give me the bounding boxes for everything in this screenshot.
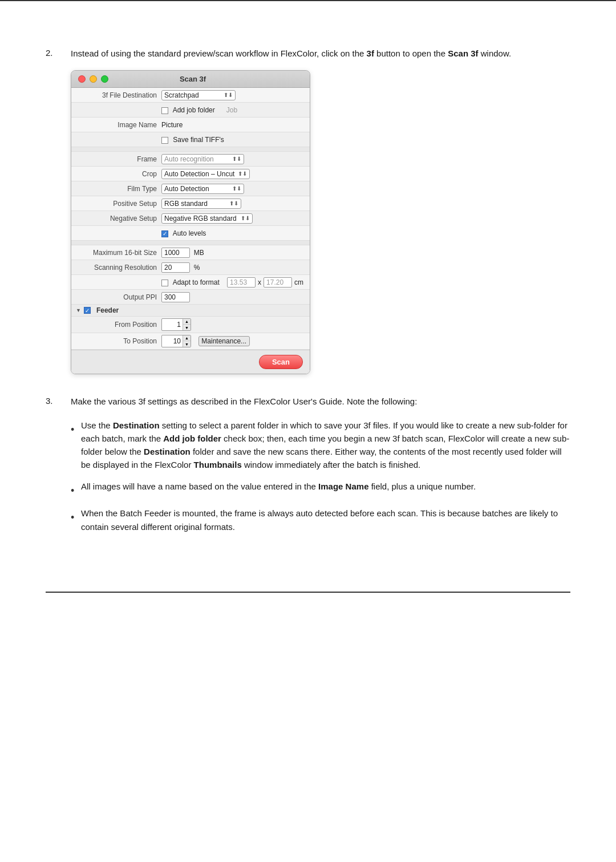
feeder-triangle-icon: ▼: [76, 307, 81, 313]
positive-setup-select[interactable]: RGB standard ⬆⬇: [161, 199, 241, 209]
bullet-dot-1: •: [71, 419, 75, 472]
adapt-value: Adapt to format 13.53 x 17.20 cm: [161, 277, 305, 288]
bullet-dot-3: •: [71, 507, 75, 533]
row-add-job-folder: Add job folder Job: [71, 103, 310, 118]
adapt-height[interactable]: 17.20: [264, 277, 292, 288]
scanning-res-label: Scanning Resolution: [76, 264, 161, 272]
row-save-tiffs: Save final TIFF's: [71, 132, 310, 147]
film-type-label: Film Type: [76, 185, 161, 193]
output-ppi-input[interactable]: 300: [161, 292, 190, 302]
scan-footer: Scan: [71, 350, 310, 374]
frame-arrow: ⬆⬇: [230, 156, 241, 162]
row-spacer-1: [71, 147, 310, 152]
row-auto-levels: Auto levels: [71, 226, 310, 241]
scanning-res-value: 20 %: [161, 262, 305, 273]
row-positive-setup: Positive Setup RGB standard ⬆⬇: [71, 196, 310, 211]
negative-setup-select[interactable]: Negative RGB standard ⬆⬇: [161, 213, 253, 224]
row-frame: Frame Auto recognition ⬆⬇: [71, 152, 310, 167]
frame-select[interactable]: Auto recognition ⬆⬇: [161, 154, 244, 164]
file-destination-arrow: ⬆⬇: [221, 92, 233, 98]
save-tiffs-value: Save final TIFF's: [161, 136, 305, 144]
max-16bit-value: 1000 MB: [161, 248, 305, 258]
bottom-border: [46, 592, 570, 593]
file-destination-label: 3f File Destination: [76, 91, 161, 99]
scan-window-titlebar: Scan 3f: [71, 71, 310, 88]
feeder-section: ▼ Feeder From Position 1: [71, 305, 310, 350]
bullet-text-1: Use the Destination setting to select a …: [81, 419, 570, 472]
scan-window-title: Scan 3f: [83, 75, 303, 83]
row-to-position: To Position 10 ▲ ▼: [71, 333, 310, 350]
output-ppi-label: Output PPI: [76, 293, 161, 301]
step-3-intro: Make the various 3f settings as describe…: [71, 395, 570, 408]
from-position-up[interactable]: ▲: [183, 319, 191, 325]
to-position-down[interactable]: ▼: [183, 341, 191, 347]
row-scanning-res: Scanning Resolution 20 %: [71, 260, 310, 275]
positive-setup-arrow: ⬆⬇: [227, 200, 238, 207]
image-name-label: Image Name: [76, 121, 161, 129]
bullet-item-2: • All images will have a name based on t…: [71, 480, 570, 499]
step-3-content: Make the various 3f settings as describe…: [71, 395, 570, 541]
feeder-checkbox[interactable]: [84, 307, 91, 314]
auto-levels-checkbox[interactable]: [161, 230, 168, 237]
add-job-folder-value: Add job folder Job: [161, 106, 305, 114]
to-position-label: To Position: [76, 337, 161, 345]
file-destination-select[interactable]: Scratchpad ⬆⬇: [161, 90, 236, 100]
feeder-label: Feeder: [96, 306, 119, 314]
adapt-width[interactable]: 13.53: [227, 277, 256, 288]
film-type-arrow: ⬆⬇: [230, 185, 241, 192]
max-16bit-input[interactable]: 1000: [161, 248, 190, 258]
step-3-number: 3.: [46, 395, 59, 541]
output-ppi-value: 300: [161, 292, 305, 302]
bullet-dot-2: •: [71, 480, 75, 499]
to-position-value: 10 ▲ ▼ Maintenance...: [161, 335, 305, 347]
bullet-text-2: All images will have a name based on the…: [81, 480, 476, 499]
row-image-name: Image Name Picture: [71, 118, 310, 132]
max-16bit-label: Maximum 16-bit Size: [76, 249, 161, 257]
crop-label: Crop: [76, 170, 161, 178]
negative-setup-arrow: ⬆⬇: [238, 215, 250, 221]
frame-label: Frame: [76, 155, 161, 163]
bullet-text-3: When the Batch Feeder is mounted, the fr…: [81, 507, 570, 533]
maintenance-button[interactable]: Maintenance...: [198, 336, 250, 346]
row-spacer-2: [71, 241, 310, 245]
row-film-type: Film Type Auto Detection ⬆⬇: [71, 181, 310, 196]
image-name-value: Picture: [161, 121, 305, 129]
save-tiffs-checkbox[interactable]: [161, 137, 168, 144]
auto-levels-value: Auto levels: [161, 229, 305, 237]
film-type-select[interactable]: Auto Detection ⬆⬇: [161, 184, 244, 194]
to-position-spinner[interactable]: 10 ▲ ▼: [161, 335, 191, 347]
page-container: 2. Instead of using the standard preview…: [0, 1, 616, 862]
from-position-input[interactable]: 1: [162, 320, 183, 329]
step-2-number: 2.: [46, 47, 59, 379]
from-position-spinner[interactable]: 1 ▲ ▼: [161, 318, 191, 331]
scanning-res-input[interactable]: 20: [161, 262, 190, 273]
row-adapt: Adapt to format 13.53 x 17.20 cm: [71, 275, 310, 290]
adapt-checkbox[interactable]: [161, 280, 168, 286]
crop-arrow: ⬆⬇: [236, 171, 247, 177]
row-file-destination: 3f File Destination Scratchpad ⬆⬇: [71, 88, 310, 103]
step-2-text: Instead of using the standard preview/sc…: [71, 47, 570, 60]
row-max-16bit: Maximum 16-bit Size 1000 MB: [71, 245, 310, 260]
row-from-position: From Position 1 ▲ ▼: [71, 317, 310, 333]
feeder-header: ▼ Feeder: [71, 305, 310, 317]
scan-3f-window: Scan 3f 3f File Destination Scratchpad ⬆…: [71, 70, 310, 374]
crop-select[interactable]: Auto Detection – Uncut ⬆⬇: [161, 169, 250, 179]
step-2: 2. Instead of using the standard preview…: [46, 47, 570, 379]
scan-button[interactable]: Scan: [259, 355, 303, 369]
positive-setup-label: Positive Setup: [76, 200, 161, 208]
step-2-content: Instead of using the standard preview/sc…: [71, 47, 570, 379]
add-job-folder-checkbox[interactable]: [161, 107, 168, 114]
to-position-up[interactable]: ▲: [183, 335, 191, 341]
step-3: 3. Make the various 3f settings as descr…: [46, 395, 570, 541]
row-negative-setup: Negative Setup Negative RGB standard ⬆⬇: [71, 211, 310, 226]
to-position-btns: ▲ ▼: [183, 335, 191, 347]
adapt-dimensions: 13.53 x 17.20 cm: [227, 277, 303, 288]
from-position-down[interactable]: ▼: [183, 325, 191, 330]
bullet-list: • Use the Destination setting to select …: [71, 419, 570, 533]
row-output-ppi: Output PPI 300: [71, 290, 310, 305]
from-position-btns: ▲ ▼: [183, 319, 191, 330]
row-crop: Crop Auto Detection – Uncut ⬆⬇: [71, 167, 310, 181]
to-position-input[interactable]: 10: [162, 337, 183, 346]
content-area: 2. Instead of using the standard preview…: [46, 24, 570, 580]
scan-body: 3f File Destination Scratchpad ⬆⬇ A: [71, 88, 310, 374]
